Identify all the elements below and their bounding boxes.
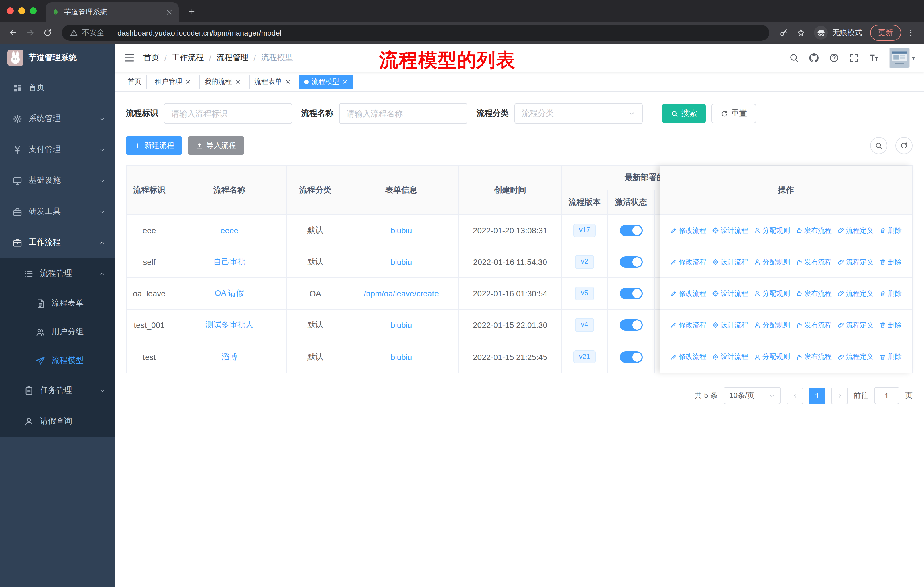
modify-action[interactable]: 修改流程	[670, 257, 706, 267]
user-avatar[interactable]: ▾	[889, 48, 915, 68]
form-info-link[interactable]: biubiu	[391, 321, 412, 330]
forward-button[interactable]	[23, 25, 38, 40]
sidebar-toggle-icon[interactable]	[124, 52, 135, 64]
form-info-link[interactable]: biubiu	[391, 226, 412, 235]
tab-my-process[interactable]: 我的流程	[200, 74, 246, 89]
form-info-link[interactable]: /bpm/oa/leave/create	[364, 289, 439, 298]
sidebar-item-workflow[interactable]: 工作流程	[0, 227, 115, 258]
close-icon[interactable]	[185, 79, 191, 85]
font-size-icon[interactable]	[869, 53, 879, 63]
modify-action[interactable]: 修改流程	[670, 226, 706, 235]
definition-action[interactable]: 流程定义	[838, 289, 874, 298]
minimize-window-button[interactable]	[18, 7, 25, 14]
sidebar-item-dev-tools[interactable]: 研发工具	[0, 196, 115, 227]
breadcrumb-item[interactable]: 工作流程	[172, 53, 204, 63]
process-key-input[interactable]	[164, 103, 292, 124]
tab-tenant[interactable]: 租户管理	[150, 74, 196, 89]
tab-close-icon[interactable]	[165, 8, 173, 16]
delete-action[interactable]: 删除	[879, 257, 902, 267]
browser-menu-icon[interactable]	[903, 25, 918, 40]
assign-rule-action[interactable]: 分配规则	[754, 289, 790, 298]
publish-action[interactable]: 发布流程	[796, 289, 832, 298]
fullscreen-icon[interactable]	[849, 53, 859, 63]
delete-action[interactable]: 删除	[879, 320, 902, 330]
sidebar-item-task-mgmt[interactable]: 任务管理	[0, 375, 115, 406]
process-name-link[interactable]: 滔博	[221, 352, 238, 362]
toggle-search-button[interactable]	[870, 137, 887, 154]
next-page-button[interactable]	[831, 387, 848, 404]
close-window-button[interactable]	[7, 7, 14, 14]
active-toggle[interactable]	[620, 256, 642, 268]
publish-action[interactable]: 发布流程	[796, 226, 832, 235]
close-icon[interactable]	[342, 79, 348, 85]
sidebar-item-user-group[interactable]: 用户分组	[0, 317, 115, 346]
form-info-link[interactable]: biubiu	[391, 352, 412, 361]
process-name-input[interactable]	[339, 103, 467, 124]
assign-rule-action[interactable]: 分配规则	[754, 257, 790, 267]
form-info-link[interactable]: biubiu	[391, 257, 412, 266]
delete-action[interactable]: 删除	[879, 289, 902, 298]
sidebar-item-infrastructure[interactable]: 基础设施	[0, 165, 115, 196]
publish-action[interactable]: 发布流程	[796, 257, 832, 267]
publish-action[interactable]: 发布流程	[796, 352, 832, 362]
close-icon[interactable]	[285, 79, 291, 85]
modify-action[interactable]: 修改流程	[670, 352, 706, 362]
design-action[interactable]: 设计流程	[712, 289, 748, 298]
category-select[interactable]: 流程分类	[515, 103, 643, 124]
modify-action[interactable]: 修改流程	[670, 320, 706, 330]
help-icon[interactable]	[829, 53, 839, 63]
design-action[interactable]: 设计流程	[712, 320, 748, 330]
breadcrumb-item[interactable]: 流程管理	[216, 53, 249, 63]
page-size-select[interactable]: 10条/页	[723, 387, 781, 404]
publish-action[interactable]: 发布流程	[796, 320, 832, 330]
page-1-button[interactable]: 1	[809, 387, 825, 404]
address-bar[interactable]: 不安全 dashboard.yudao.iocoder.cn/bpm/manag…	[62, 25, 769, 41]
active-toggle[interactable]	[620, 319, 642, 331]
definition-action[interactable]: 流程定义	[838, 352, 874, 362]
sidebar-item-process-mgmt[interactable]: 流程管理	[0, 258, 115, 289]
breadcrumb-item[interactable]: 首页	[143, 53, 159, 63]
modify-action[interactable]: 修改流程	[670, 289, 706, 298]
definition-action[interactable]: 流程定义	[838, 257, 874, 267]
sidebar-item-payment-mgmt[interactable]: 支付管理	[0, 134, 115, 165]
sidebar-item-leave-query[interactable]: 请假查询	[0, 406, 115, 437]
header-search-icon[interactable]	[789, 53, 799, 63]
assign-rule-action[interactable]: 分配规则	[754, 320, 790, 330]
process-name-link[interactable]: 自己审批	[213, 257, 246, 267]
definition-action[interactable]: 流程定义	[838, 226, 874, 235]
tab-process-form[interactable]: 流程表单	[249, 74, 296, 89]
sidebar-item-home[interactable]: 首页	[0, 72, 115, 103]
active-toggle[interactable]	[620, 351, 642, 362]
delete-action[interactable]: 删除	[879, 352, 902, 362]
goto-page-input[interactable]	[874, 387, 899, 404]
create-process-button[interactable]: 新建流程	[126, 136, 182, 155]
sidebar-item-process-form[interactable]: 流程表单	[0, 289, 115, 317]
sidebar-item-process-model[interactable]: 流程模型	[0, 346, 115, 375]
design-action[interactable]: 设计流程	[712, 226, 748, 235]
password-key-icon[interactable]	[776, 25, 791, 40]
new-tab-button[interactable]	[185, 4, 200, 19]
reset-button[interactable]: 重置	[711, 104, 756, 123]
process-name-link[interactable]: OA 请假	[215, 288, 244, 299]
process-name-link[interactable]: 测试多审批人	[205, 320, 254, 330]
reload-button[interactable]	[40, 25, 55, 40]
delete-action[interactable]: 删除	[879, 226, 902, 235]
sidebar-item-system-mgmt[interactable]: 系统管理	[0, 103, 115, 134]
search-button[interactable]: 搜索	[662, 104, 706, 123]
design-action[interactable]: 设计流程	[712, 352, 748, 362]
assign-rule-action[interactable]: 分配规则	[754, 352, 790, 362]
app-logo[interactable]: 芋道管理系统	[0, 43, 115, 72]
refresh-table-button[interactable]	[895, 137, 912, 154]
close-icon[interactable]	[235, 79, 241, 85]
design-action[interactable]: 设计流程	[712, 257, 748, 267]
browser-tab[interactable]: 芋道管理系统	[46, 2, 179, 22]
assign-rule-action[interactable]: 分配规则	[754, 226, 790, 235]
active-toggle[interactable]	[620, 288, 642, 299]
active-toggle[interactable]	[620, 225, 642, 236]
prev-page-button[interactable]	[787, 387, 803, 404]
tab-process-model[interactable]: 流程模型	[299, 74, 353, 89]
back-button[interactable]	[6, 25, 21, 40]
tab-home[interactable]: 首页	[122, 74, 147, 89]
import-process-button[interactable]: 导入流程	[188, 136, 244, 155]
bookmark-star-icon[interactable]	[794, 25, 808, 40]
